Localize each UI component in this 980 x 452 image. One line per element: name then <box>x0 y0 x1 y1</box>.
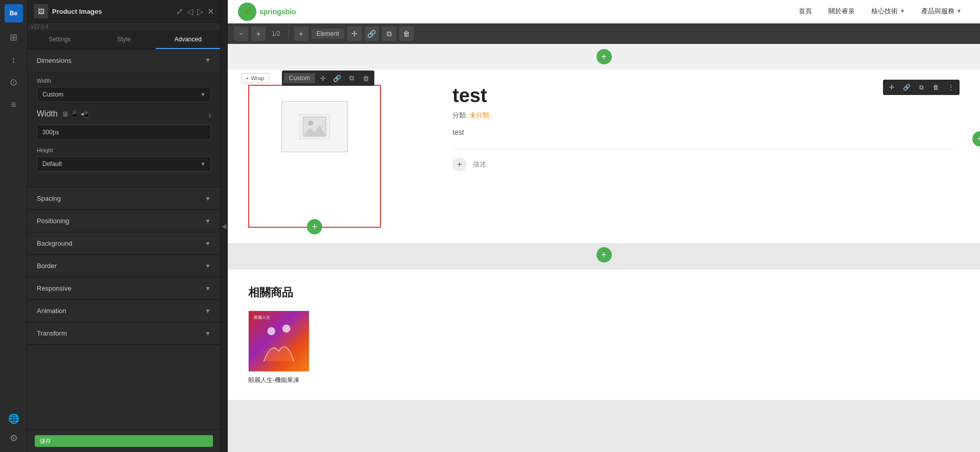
nav-item-core[interactable]: 核心技術 ▼ <box>863 0 913 23</box>
panel-header-actions: ⤢ ◁ ▷ ✕ <box>176 7 214 16</box>
copy-icon[interactable]: ⧉ <box>382 27 396 41</box>
canvas-content: Custom ✛ 🔗 ⧉ 🗑 + Wrap + <box>228 44 980 452</box>
nav-item-about[interactable]: 關於睿泉 <box>820 0 863 23</box>
collapse-handle[interactable]: ◀ <box>221 0 228 452</box>
height-select-wrapper: Default Custom Auto ▼ <box>37 156 211 172</box>
panel-header: 🖼 Product Images ⤢ ◁ ▷ ✕ <box>28 0 220 23</box>
close-icon[interactable]: ✕ <box>207 7 214 16</box>
info-delete-icon[interactable]: 🗑 <box>929 81 943 94</box>
settings-panel: 🖼 Product Images ⤢ ◁ ▷ ✕ V27.0.4 Setting… <box>28 0 221 452</box>
related-product-image-inner: 順麗人生 <box>249 311 309 371</box>
tab-settings[interactable]: Settings <box>28 31 92 49</box>
positioning-header[interactable]: Positioning ▼ <box>28 210 220 232</box>
nav-prev-icon[interactable]: ◁ <box>187 7 193 16</box>
product-category: 分類: 未分類 <box>452 111 960 120</box>
border-arrow: ▼ <box>205 263 211 270</box>
category-link[interactable]: 未分類 <box>469 111 489 119</box>
tab-advanced[interactable]: Advanced <box>156 31 220 49</box>
collapse-icon: ◀ <box>221 223 228 230</box>
move-icon[interactable]: ✛ <box>347 27 362 41</box>
border-header[interactable]: Border ▼ <box>28 255 220 277</box>
info-link-icon[interactable]: 🔗 <box>900 81 913 94</box>
app-logo: Be <box>5 4 23 22</box>
inner-copy-icon[interactable]: ⧉ <box>345 72 358 85</box>
product-add-icon[interactable]: + <box>452 157 467 172</box>
inner-delete-icon[interactable]: 🗑 <box>359 72 372 85</box>
nav-next-icon[interactable]: ▷ <box>197 7 203 16</box>
save-button[interactable]: 儲存 <box>35 435 213 447</box>
responsive-arrow: ▼ <box>205 285 211 292</box>
products-dropdown-arrow: ▼ <box>957 8 962 14</box>
width-info-icon[interactable]: ℹ <box>209 112 211 119</box>
nav-item-products[interactable]: 產品與服務 ▼ <box>913 0 970 23</box>
sidebar-icon-layers[interactable]: ↕ <box>4 50 23 69</box>
add-section-right[interactable]: + <box>972 131 980 147</box>
info-more-icon[interactable]: ⋮ <box>944 81 958 94</box>
sidebar-icon-globe[interactable]: 🌐 <box>4 409 23 429</box>
link-icon[interactable]: 🔗 <box>365 27 379 41</box>
top-add-row: + <box>228 44 980 69</box>
dimensions-header[interactable]: Dimensions ▲ <box>28 50 220 72</box>
svg-text:順麗人生: 順麗人生 <box>254 315 270 320</box>
related-products-list: 順麗人生 順麗人生-機能果凍 <box>248 311 960 385</box>
positioning-section: Positioning ▼ <box>28 210 220 232</box>
width-select-wrapper: Custom Full Width Auto ▼ <box>37 87 211 102</box>
add-section-middle[interactable]: + <box>596 247 612 263</box>
tab-style[interactable]: Style <box>92 31 156 49</box>
nav-logo-text: springsbio <box>259 8 296 16</box>
width-tablet-icon[interactable]: 📱 <box>70 110 79 118</box>
inner-link-icon[interactable]: 🔗 <box>330 72 344 85</box>
add-element-button[interactable]: + <box>294 27 308 41</box>
info-copy-icon[interactable]: ⧉ <box>915 81 928 94</box>
delete-icon[interactable]: 🗑 <box>399 27 414 41</box>
plus-button[interactable]: + <box>251 27 266 41</box>
nav-logo-icon: 🌿 <box>238 3 256 21</box>
sidebar-icon-gear[interactable]: ⚙ <box>4 429 23 448</box>
expand-icon[interactable]: ⤢ <box>176 7 183 16</box>
element-label[interactable]: Element <box>312 29 344 39</box>
inner-move-icon[interactable]: ✛ <box>316 72 329 85</box>
custom-label[interactable]: Custom <box>284 73 315 83</box>
responsive-header[interactable]: Responsive ▼ <box>28 277 220 299</box>
sidebar-icon-history[interactable]: ⊙ <box>4 73 23 92</box>
info-move-icon[interactable]: ✛ <box>885 81 898 94</box>
sidebar-icon-grid[interactable]: ⊞ <box>4 28 23 47</box>
width-phone-icon[interactable]: 📲 <box>81 110 89 118</box>
related-product-card: 順麗人生 順麗人生-機能果凍 <box>248 311 309 385</box>
product-info-toolbar: ✛ 🔗 ⧉ 🗑 ⋮ <box>883 80 960 95</box>
sidebar-left: Be ⊞ ↕ ⊙ ≡ 🌐 ⚙ <box>0 0 28 452</box>
width-input[interactable]: 300px <box>37 125 211 140</box>
product-image-container: + <box>248 85 437 228</box>
width-row: Width 🖥 📱 📲 ℹ <box>37 109 211 122</box>
height-select[interactable]: Default Custom Auto <box>37 156 211 172</box>
width-select[interactable]: Custom Full Width Auto <box>37 87 211 102</box>
svg-rect-4 <box>249 311 309 371</box>
background-header[interactable]: Background ▼ <box>28 232 220 254</box>
animation-title: Animation <box>37 307 66 315</box>
sidebar-icon-settings[interactable]: ≡ <box>4 95 23 114</box>
wrap-button[interactable]: + Wrap <box>241 73 269 83</box>
product-page: + <box>228 44 980 400</box>
dimensions-title: Dimensions <box>37 57 71 64</box>
minus-button[interactable]: − <box>234 27 248 41</box>
responsive-section: Responsive ▼ <box>28 277 220 300</box>
wrap-label: Wrap <box>251 75 264 81</box>
related-product-image: 順麗人生 <box>248 311 309 372</box>
dimensions-arrow: ▲ <box>205 57 211 64</box>
transform-arrow: ▼ <box>205 330 211 337</box>
animation-section: Animation ▼ <box>28 300 220 322</box>
animation-header[interactable]: Animation ▼ <box>28 300 220 322</box>
spacing-header[interactable]: Spacing ▼ <box>28 187 220 209</box>
width-field-label: Width <box>37 78 211 84</box>
editor-toolbar: − + 1/2 + Element ✛ 🔗 ⧉ 🗑 <box>228 23 980 44</box>
transform-header[interactable]: Transform ▼ <box>28 322 220 344</box>
background-arrow: ▼ <box>205 240 211 247</box>
add-element-bottom[interactable]: + <box>307 219 322 234</box>
product-info: ✛ 🔗 ⧉ 🗑 ⋮ test 分類: 未分類 test + 描述 <box>452 85 960 228</box>
product-section: + ✛ 🔗 ⧉ 🗑 ⋮ test 分類 <box>228 69 980 243</box>
nav-item-home[interactable]: 首頁 <box>791 0 820 23</box>
width-desktop-icon[interactable]: 🖥 <box>62 110 68 118</box>
transform-title: Transform <box>37 329 67 337</box>
dimensions-content: Width Custom Full Width Auto ▼ Width 🖥 📱 <box>28 72 220 187</box>
add-section-top[interactable]: + <box>596 49 612 64</box>
